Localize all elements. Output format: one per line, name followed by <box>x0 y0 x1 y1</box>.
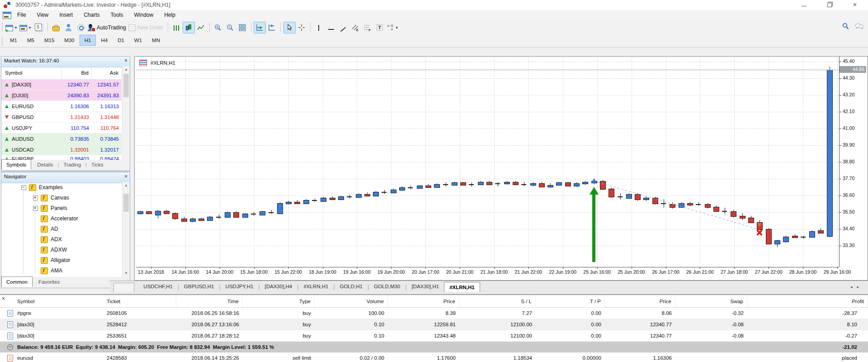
terminal-column-symbol[interactable]: Symbol <box>0 295 107 307</box>
terminal-column-price[interactable]: Price <box>388 295 459 307</box>
search-icon[interactable] <box>842 23 849 30</box>
market-watch-button[interactable] <box>33 22 45 33</box>
menu-item-file[interactable]: File <box>12 10 31 20</box>
menu-item-window[interactable]: Window <box>129 10 159 20</box>
chart-tab-2[interactable]: USDJPY,H1 <box>221 281 259 291</box>
toolbox-button[interactable] <box>50 22 62 33</box>
new-chart-button[interactable]: ▼ <box>5 22 19 33</box>
terminal-row[interactable]: [dax30]25336512018.06.27 18:28:12buy0.10… <box>0 330 868 342</box>
navigator-item-accelerator[interactable]: Accelerator <box>1 213 122 224</box>
chat-icon[interactable] <box>855 23 863 30</box>
terminal-row[interactable]: eurusd24285832018.06.14 15:25:26sell lim… <box>0 352 868 362</box>
market-watch-column-header[interactable]: SymbolBidAsk <box>1 66 122 80</box>
line-chart-button[interactable] <box>195 22 207 33</box>
chart-tab-1[interactable]: GBPUSD,H1 <box>179 281 219 291</box>
scrollbar-thumb[interactable] <box>123 74 129 97</box>
terminal-column-header[interactable]: SymbolTicketTimeTypeVolumePriceS / LT / … <box>0 295 868 308</box>
cursor-button[interactable] <box>283 22 296 33</box>
navigator-item-adxw[interactable]: ADXW <box>1 244 122 255</box>
navigator-item-ama[interactable]: AMA <box>1 265 122 276</box>
navigator-item-panels[interactable]: Panels <box>1 203 122 213</box>
fibonacci-button[interactable]: F <box>362 22 374 33</box>
timeframe-d1[interactable]: D1 <box>113 35 129 46</box>
autotrading-button[interactable]: AutoTrading <box>87 22 128 33</box>
close-button[interactable]: × <box>847 0 863 10</box>
scroll-up-icon[interactable]: ▲ <box>123 66 130 73</box>
horizontal-line-button[interactable] <box>325 22 337 33</box>
terminal-row[interactable]: #pgnx25081052018.06.25 16:58:16buy100.00… <box>0 308 868 319</box>
terminal-column-t-p[interactable]: T / P <box>536 295 605 307</box>
chevron-down-icon[interactable]: ▼ <box>14 26 18 30</box>
tab-common[interactable]: Common <box>1 276 33 287</box>
navigator-close-icon[interactable]: × <box>124 173 127 180</box>
terminal-row[interactable]: [dax30]25284122018.06.27 13:16:06buy0.10… <box>0 319 868 330</box>
market-watch-row[interactable]: GBPUSD1.314331.31448 <box>1 112 122 123</box>
scroll-up-icon[interactable]: ▲ <box>123 182 130 189</box>
navigator-item-ad[interactable]: AD <box>1 224 122 234</box>
chart-canvas[interactable] <box>136 57 839 267</box>
profiles-button[interactable]: ▼ <box>19 22 33 33</box>
tab-favorites[interactable]: Favorites <box>34 277 64 286</box>
market-watch-row[interactable]: [DJI30]24390.8324391.83 <box>1 90 122 101</box>
scrollbar-thumb[interactable] <box>123 194 129 212</box>
timeframe-m1[interactable]: M1 <box>5 35 22 46</box>
chart-tab-5[interactable]: GOLD,H1 <box>335 281 368 291</box>
menu-item-charts[interactable]: Charts <box>78 10 105 20</box>
price-axis[interactable]: 45.4044.3043.2042.1041.0039.9038.8037.70… <box>839 57 868 267</box>
market-watch-close-icon[interactable]: × <box>124 57 127 64</box>
market-watch-row[interactable]: [DAX30]12340.7712341.57 <box>1 79 122 90</box>
chevron-down-icon[interactable]: ▼ <box>28 26 32 30</box>
terminal-close-icon[interactable]: × <box>2 295 5 302</box>
terminal-column-time[interactable]: Time <box>176 295 243 307</box>
expand-plus-icon[interactable] <box>33 206 38 211</box>
expand-plus-icon[interactable] <box>33 195 38 200</box>
menu-item-view[interactable]: View <box>31 10 54 20</box>
collapse-icon[interactable] <box>7 344 13 350</box>
chart-window[interactable]: 45.4044.3043.2042.1041.0039.9038.8037.70… <box>134 56 868 281</box>
toolbar-drag-handle[interactable] <box>1 23 4 32</box>
zoom-out-button[interactable] <box>224 22 236 33</box>
timeframe-h1[interactable]: H1 <box>80 35 96 46</box>
chart-tab-4[interactable]: #XLRN,H1 <box>298 281 333 291</box>
chart-tab-8[interactable]: #XLRN,H1 <box>444 282 480 292</box>
terminal-column-profit[interactable]: Profit <box>747 295 868 307</box>
terminal-column-swap[interactable]: Swap <box>675 295 747 307</box>
market-watch-scrollbar[interactable]: ▲ ▼ <box>122 66 130 171</box>
tab-scroll-arrows[interactable]: ◂▸ <box>850 285 863 289</box>
navigator-item-adx[interactable]: ADX <box>1 234 122 244</box>
market-watch-row[interactable]: USDCAD1.320011.32017 <box>1 144 122 155</box>
column-header-symbol[interactable]: Symbol <box>1 66 62 79</box>
equidistant-channel-button[interactable]: E <box>349 22 362 33</box>
timeframe-m5[interactable]: M5 <box>22 35 39 46</box>
chevron-down-icon[interactable]: ▼ <box>395 26 399 30</box>
market-watch-row[interactable]: EURUSD1.163061.16313 <box>1 101 122 112</box>
time-axis[interactable]: 13 Jun 201814 Jun 16:0014 Jun 20:0015 Ju… <box>136 267 839 280</box>
text-button[interactable]: T <box>374 22 386 33</box>
navigator-item-canvas[interactable]: Canvas <box>1 192 122 203</box>
timeframe-h4[interactable]: H4 <box>96 35 113 46</box>
timeframe-drag-handle[interactable] <box>1 37 4 46</box>
terminal-column-ticket[interactable]: Ticket <box>107 295 176 307</box>
terminal-column-volume[interactable]: Volume <box>315 295 388 307</box>
auto-scroll-button[interactable] <box>254 22 266 33</box>
tab-symbols[interactable]: Symbols <box>1 159 31 170</box>
chart-tab-6[interactable]: GOLD,M30 <box>369 281 405 291</box>
signals-button[interactable] <box>75 22 87 33</box>
tab-details[interactable]: Details <box>33 160 57 169</box>
chart-tab-0[interactable]: USDCHF,H1 <box>138 281 178 291</box>
column-header-bid[interactable]: Bid <box>62 66 92 79</box>
chart-tab-3[interactable]: [DAX30],H4 <box>260 281 297 291</box>
trendline-button[interactable] <box>337 22 349 33</box>
bar-chart-button[interactable] <box>170 22 183 33</box>
chart-tab-stub[interactable] <box>113 283 134 292</box>
trendline[interactable] <box>594 181 756 229</box>
tab-ticks[interactable]: Ticks <box>87 160 108 169</box>
tab-trading[interactable]: Trading <box>59 160 85 169</box>
candlestick-chart-button[interactable] <box>183 22 195 33</box>
strategy-tester-button[interactable] <box>62 22 75 33</box>
timeframe-m30[interactable]: M30 <box>59 35 79 46</box>
menu-item-tools[interactable]: Tools <box>105 10 129 20</box>
menu-item-insert[interactable]: Insert <box>54 10 78 20</box>
menu-item-help[interactable]: Help <box>159 10 181 20</box>
restore-button[interactable] <box>822 0 837 10</box>
